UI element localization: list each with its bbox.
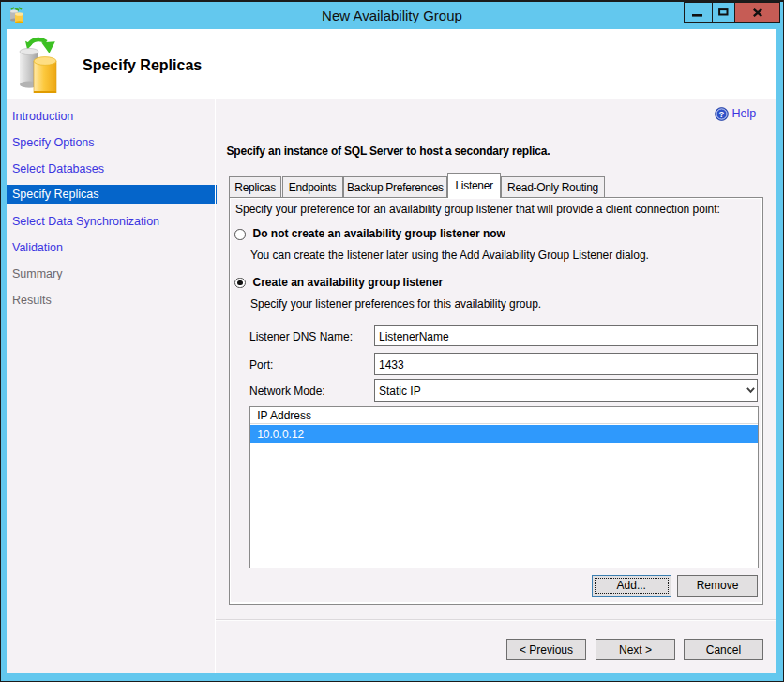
svg-text:?: ? <box>719 109 725 119</box>
